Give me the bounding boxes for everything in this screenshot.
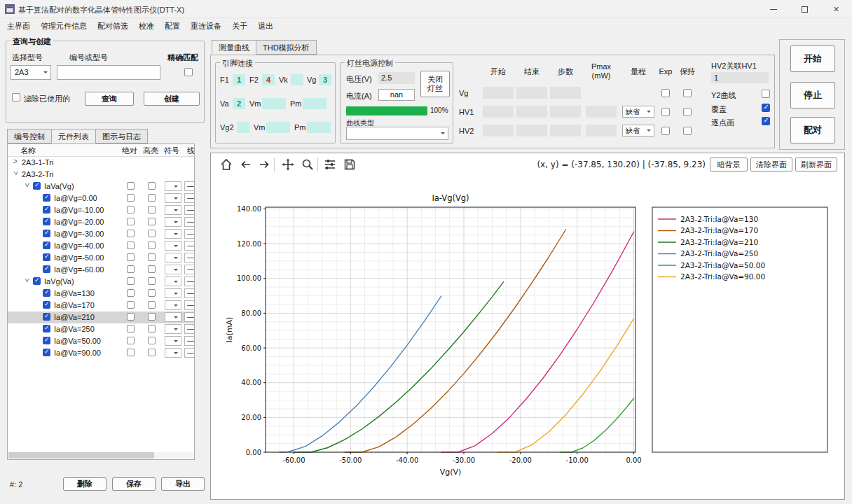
tree-item-checkbox[interactable] bbox=[43, 301, 50, 309]
absolute-checkbox[interactable] bbox=[127, 301, 135, 309]
query-button[interactable]: 查询 bbox=[85, 92, 134, 106]
symbol-select[interactable] bbox=[165, 312, 181, 322]
tree-row[interactable]: Ia@Vg=0.00— bbox=[8, 192, 194, 204]
characteristic-curve-chart[interactable]: -60.00-50.00-40.00-30.00-20.00-10.000.00… bbox=[211, 176, 844, 498]
vg-end-input[interactable] bbox=[516, 87, 547, 99]
tree-item-checkbox[interactable] bbox=[43, 241, 50, 249]
tree-row[interactable]: >2A3-2-Tri bbox=[8, 169, 194, 181]
symbol-select[interactable] bbox=[165, 253, 181, 262]
tree-item-checkbox[interactable] bbox=[43, 206, 50, 214]
absolute-checkbox[interactable] bbox=[127, 265, 135, 273]
symbol-select[interactable] bbox=[165, 300, 181, 310]
tab-number-control[interactable]: 编号控制 bbox=[7, 129, 52, 144]
clear-view-button[interactable]: 清除界面 bbox=[750, 158, 792, 172]
tree-row[interactable]: Ia@Vg=-40.00— bbox=[8, 240, 194, 252]
menu-reconnect[interactable]: 重连设备 bbox=[191, 21, 221, 31]
highlight-checkbox[interactable] bbox=[148, 349, 156, 356]
symbol-select[interactable] bbox=[165, 265, 181, 274]
save-button[interactable]: 保存 bbox=[112, 477, 156, 491]
tree-row[interactable]: Ia@Va=210— bbox=[8, 312, 194, 323]
absolute-checkbox[interactable] bbox=[127, 206, 135, 214]
tree-item-checkbox[interactable] bbox=[43, 325, 50, 332]
menu-pair-filter[interactable]: 配对筛选 bbox=[97, 21, 128, 31]
hv2-end-input[interactable] bbox=[516, 125, 547, 136]
hv2-exp-checkbox[interactable] bbox=[661, 127, 670, 135]
tree-item-checkbox[interactable] bbox=[43, 349, 50, 356]
subplots-icon[interactable] bbox=[322, 156, 338, 173]
maximize-icon[interactable] bbox=[789, 0, 820, 18]
highlight-checkbox[interactable] bbox=[148, 325, 156, 332]
line-style-select[interactable]: — bbox=[184, 300, 195, 310]
absolute-checkbox[interactable] bbox=[127, 218, 135, 225]
tree-item-checkbox[interactable] bbox=[43, 194, 50, 202]
save-icon[interactable] bbox=[341, 156, 358, 173]
tree-row[interactable]: Ia@Va=250— bbox=[8, 323, 194, 335]
hv1-range-select[interactable]: 缺省 bbox=[622, 106, 654, 118]
line-style-select[interactable]: — bbox=[184, 276, 195, 286]
pin-field-vg2-vm[interactable] bbox=[266, 122, 290, 133]
filter-used-checkbox[interactable] bbox=[12, 93, 20, 102]
hv2-pmax-input[interactable] bbox=[586, 125, 617, 136]
pointwise-checkbox[interactable] bbox=[762, 117, 770, 125]
absolute-checkbox[interactable] bbox=[127, 349, 135, 356]
refresh-view-button[interactable]: 刷新界面 bbox=[795, 158, 837, 172]
tree-row[interactable]: >2A3-1-Tri bbox=[8, 157, 194, 169]
start-button[interactable]: 开始 bbox=[790, 46, 835, 72]
hv2-start-input[interactable] bbox=[483, 125, 514, 136]
line-style-select[interactable]: — bbox=[184, 312, 195, 322]
hv1-pmax-input[interactable] bbox=[586, 106, 617, 118]
line-style-select[interactable]: — bbox=[184, 265, 195, 274]
line-style-select[interactable]: — bbox=[184, 348, 195, 358]
highlight-checkbox[interactable] bbox=[148, 182, 156, 190]
pan-icon[interactable] bbox=[280, 156, 296, 173]
pin-field-f2[interactable]: 4 bbox=[262, 74, 275, 85]
tree-row[interactable]: Ia@Va=90.00— bbox=[8, 347, 194, 359]
y2-curve-checkbox[interactable] bbox=[762, 90, 770, 98]
absolute-checkbox[interactable] bbox=[127, 253, 135, 261]
symbol-select[interactable] bbox=[165, 193, 181, 203]
highlight-checkbox[interactable] bbox=[148, 230, 156, 237]
symbol-select[interactable] bbox=[165, 217, 181, 227]
stop-button[interactable]: 停止 bbox=[790, 82, 835, 108]
menu-calibrate[interactable]: 校准 bbox=[139, 21, 154, 31]
close-icon[interactable]: × bbox=[820, 0, 852, 18]
symbol-select[interactable] bbox=[165, 288, 181, 298]
tree-item-checkbox[interactable] bbox=[43, 313, 50, 321]
tree-row[interactable]: Ia@Va=130— bbox=[8, 288, 194, 300]
home-icon[interactable] bbox=[218, 156, 235, 173]
pair-button[interactable]: 配对 bbox=[790, 117, 835, 144]
line-style-select[interactable]: — bbox=[184, 229, 195, 239]
line-style-select[interactable]: — bbox=[184, 241, 195, 251]
hv2-link-input[interactable]: 1 bbox=[711, 72, 769, 83]
pin-field-va[interactable]: 2 bbox=[233, 98, 245, 109]
line-style-select[interactable]: — bbox=[184, 181, 195, 191]
absolute-checkbox[interactable] bbox=[127, 194, 135, 202]
hv2-hold-checkbox[interactable] bbox=[683, 127, 692, 135]
tree-item-checkbox[interactable] bbox=[43, 230, 50, 237]
symbol-select[interactable] bbox=[165, 348, 181, 358]
highlight-checkbox[interactable] bbox=[148, 265, 156, 273]
number-or-model-input[interactable] bbox=[57, 65, 160, 80]
tree-row[interactable]: Ia@Va=170— bbox=[8, 300, 194, 312]
model-select[interactable]: 2A3 bbox=[11, 65, 51, 80]
pin-field-vg[interactable]: 3 bbox=[319, 74, 331, 85]
vg-steps-input[interactable] bbox=[550, 87, 581, 99]
absolute-checkbox[interactable] bbox=[127, 277, 135, 285]
highlight-checkbox[interactable] bbox=[148, 337, 156, 344]
hv2-range-select[interactable]: 缺省 bbox=[622, 125, 654, 136]
vg-hold-checkbox[interactable] bbox=[683, 89, 692, 97]
tree-item-checkbox[interactable] bbox=[43, 289, 50, 297]
line-style-select[interactable]: — bbox=[184, 288, 195, 298]
exact-match-checkbox[interactable] bbox=[184, 68, 193, 76]
voltage-field[interactable]: 2.5 bbox=[378, 72, 415, 84]
symbol-select[interactable] bbox=[165, 324, 181, 334]
line-style-select[interactable]: — bbox=[184, 217, 195, 227]
hv1-start-input[interactable] bbox=[483, 106, 514, 118]
tree-item-checkbox[interactable] bbox=[43, 253, 50, 261]
absolute-checkbox[interactable] bbox=[127, 313, 135, 321]
absolute-checkbox[interactable] bbox=[127, 241, 135, 249]
menu-main[interactable]: 主界面 bbox=[7, 21, 30, 31]
tree-row[interactable]: >IaVg(Va)— bbox=[8, 276, 194, 288]
collapse-arrow-icon[interactable]: > bbox=[23, 277, 31, 284]
tree-item-checkbox[interactable] bbox=[33, 277, 41, 285]
